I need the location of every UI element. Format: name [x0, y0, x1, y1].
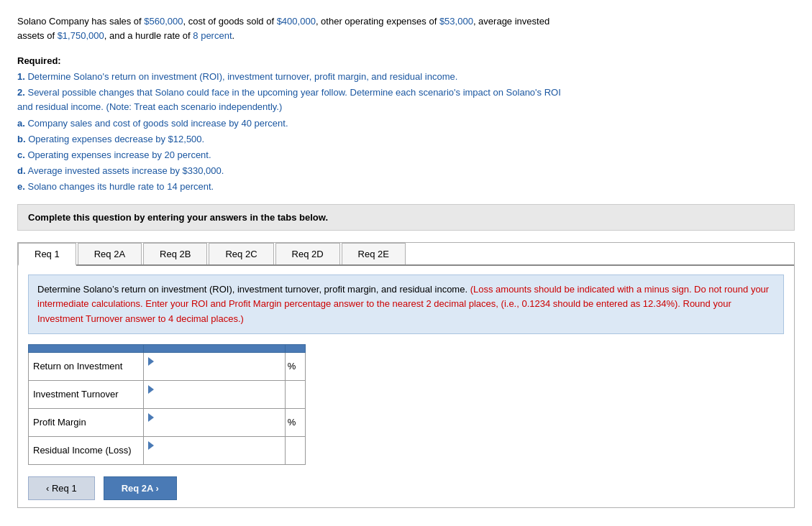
- table-header-unit: [285, 344, 305, 352]
- required-heading: Required:: [17, 55, 61, 66]
- intro-opex: $53,000: [439, 16, 473, 27]
- tab-req2c[interactable]: Req 2C: [209, 243, 273, 264]
- tab-instruction-normal: Determine Solano’s return on investment …: [37, 284, 467, 295]
- margin-input-cell[interactable]: [144, 408, 286, 436]
- tab-content-req1: Determine Solano’s return on investment …: [18, 266, 794, 507]
- residual-input-cell[interactable]: [144, 436, 286, 464]
- residual-input[interactable]: [148, 451, 280, 461]
- tabs-row: Req 1 Req 2A Req 2B Req 2C Req 2D Req 2E: [18, 243, 794, 266]
- req-a-text: Company sales and cost of goods sold inc…: [27, 118, 288, 129]
- next-button[interactable]: Req 2A ›: [104, 476, 177, 500]
- table-row-residual: Residual Income (Loss): [29, 436, 306, 464]
- roi-unit: %: [285, 352, 305, 380]
- roi-input[interactable]: [148, 366, 280, 377]
- tab-req2a[interactable]: Req 2A: [78, 243, 142, 264]
- table-row-margin: Profit Margin %: [29, 408, 306, 436]
- margin-label: Profit Margin: [29, 408, 144, 436]
- intro-hurdle: 8 percent: [193, 30, 232, 41]
- intro-cogs: $400,000: [277, 16, 316, 27]
- margin-triangle-icon[interactable]: [148, 413, 154, 422]
- tab-req2e[interactable]: Req 2E: [342, 243, 406, 264]
- margin-input[interactable]: [148, 423, 280, 433]
- turnover-triangle-icon[interactable]: [148, 385, 154, 394]
- tab-req1[interactable]: Req 1: [18, 243, 76, 266]
- req-c-text: Operating expenses increase by 20 percen…: [27, 149, 211, 160]
- table-row-turnover: Investment Turnover: [29, 380, 306, 408]
- bottom-buttons: ‹ Req 1 Req 2A ›: [28, 476, 784, 500]
- tab-req2d[interactable]: Req 2D: [275, 243, 340, 264]
- tab-instructions: Determine Solano’s return on investment …: [28, 274, 784, 333]
- data-table: Return on Investment % Investment Turnov…: [28, 344, 306, 465]
- residual-label: Residual Income (Loss): [29, 436, 144, 464]
- req-e-bold: e.: [17, 181, 25, 192]
- table-header-value: [144, 344, 286, 352]
- instruction-box: Complete this question by entering your …: [17, 204, 795, 231]
- req-a-bold: a.: [17, 118, 25, 129]
- intro-line2: assets of $1,750,000, and a hurdle rate …: [17, 30, 234, 41]
- req2-bold: 2.: [17, 87, 25, 98]
- roi-input-cell[interactable]: [144, 352, 286, 380]
- req-e-text: Solano changes its hurdle rate to 14 per…: [27, 181, 214, 192]
- table-row-roi: Return on Investment %: [29, 352, 306, 380]
- req-d-text: Average invested assets increase by $330…: [27, 165, 224, 176]
- turnover-input[interactable]: [148, 394, 280, 405]
- req1-bold: 1.: [17, 71, 25, 82]
- intro-line1: Solano Company has sales of $560,000, co…: [17, 16, 549, 27]
- residual-triangle-icon[interactable]: [148, 441, 154, 450]
- tabs-container: Req 1 Req 2A Req 2B Req 2C Req 2D Req 2E…: [17, 242, 795, 507]
- roi-label: Return on Investment: [29, 352, 144, 380]
- turnover-input-cell[interactable]: [144, 380, 286, 408]
- prev-button[interactable]: ‹ Req 1: [28, 476, 95, 500]
- req2-text: Several possible changes that Solano cou…: [27, 87, 560, 98]
- req-b-bold: b.: [17, 134, 26, 144]
- required-section: Required: 1. Determine Solano's return o…: [17, 54, 795, 194]
- intro-paragraph: Solano Company has sales of $560,000, co…: [17, 14, 795, 42]
- req-c-bold: c.: [17, 149, 25, 160]
- turnover-label: Investment Turnover: [29, 380, 144, 408]
- req2-text2: and residual income. (Note: Treat each s…: [17, 101, 282, 112]
- roi-triangle-icon[interactable]: [148, 357, 154, 366]
- tab-req2b[interactable]: Req 2B: [143, 243, 207, 264]
- req1-text: Determine Solano's return on investment …: [27, 71, 457, 82]
- residual-unit: [285, 436, 305, 464]
- req-d-bold: d.: [17, 165, 26, 176]
- margin-unit: %: [285, 408, 305, 436]
- intro-sales: $560,000: [144, 16, 183, 27]
- intro-assets: $1,750,000: [58, 30, 104, 41]
- req-b-text: Operating expenses decrease by $12,500.: [28, 134, 204, 144]
- table-header-label: [29, 344, 144, 352]
- turnover-unit: [285, 380, 305, 408]
